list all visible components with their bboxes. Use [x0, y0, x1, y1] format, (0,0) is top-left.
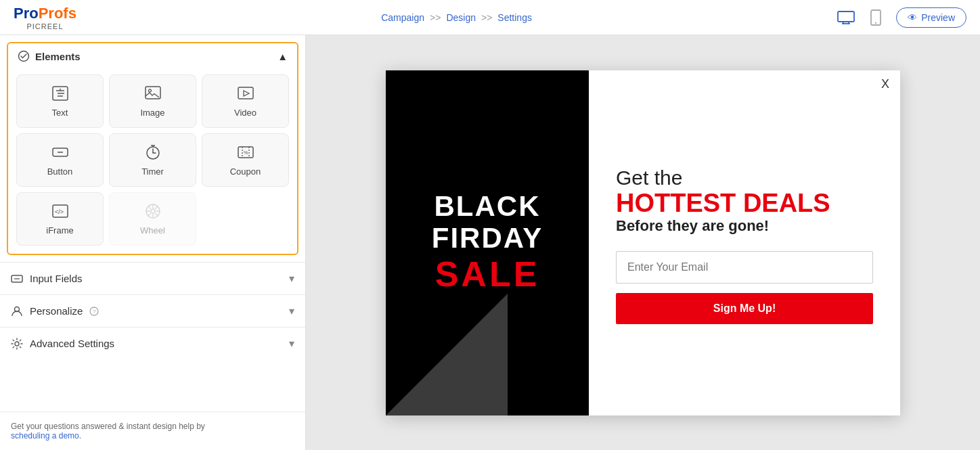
svg-point-44 [15, 342, 19, 346]
timer-icon [144, 143, 162, 161]
svg-rect-14 [238, 87, 253, 99]
nav-sep1: >> [430, 12, 441, 23]
popup-hottest: HOTTEST DEALS [616, 189, 873, 218]
bf-sale: SALE [432, 254, 543, 294]
popup-get-the: Get the [616, 166, 873, 189]
element-text-label: Text [52, 108, 68, 118]
input-fields-label: Input Fields [30, 273, 83, 284]
elements-panel-title: Elements [18, 50, 81, 62]
svg-point-5 [875, 22, 876, 23]
input-fields-icon [11, 273, 23, 285]
nav-breadcrumb: Campaign >> Design >> Settings [381, 12, 532, 23]
element-text[interactable]: Text [16, 74, 104, 128]
popup-before: Before they are gone! [616, 217, 873, 235]
popup-right-panel: Get the HOTTEST DEALS Before they are go… [589, 70, 900, 415]
preview-button[interactable]: 👁 Preview [896, 7, 966, 28]
element-video-label: Video [234, 108, 257, 118]
desktop-device-icon[interactable] [837, 10, 855, 25]
nav-settings[interactable]: Settings [497, 12, 532, 23]
elements-grid: Text Image Video [8, 69, 297, 254]
popup-container: X BLACK FIRDAY SALE Get the HOTTEST DEAL… [386, 70, 900, 415]
submit-button[interactable]: Sign Me Up! [616, 293, 873, 324]
advanced-settings-label: Advanced Settings [30, 338, 114, 349]
personalize-chevron: ▾ [289, 305, 294, 317]
advanced-settings-chevron: ▾ [289, 337, 294, 350]
iframe-icon: </> [51, 202, 69, 220]
element-video[interactable]: Video [202, 74, 289, 128]
personalize-icon [11, 305, 23, 317]
logo-picreel: Picreel [26, 22, 63, 30]
preview-label: Preview [921, 12, 955, 23]
element-wheel[interactable]: Wheel [109, 192, 196, 246]
personalize-section: Personalize ? ▾ [0, 294, 305, 327]
canvas-area: X BLACK FIRDAY SALE Get the HOTTEST DEAL… [306, 35, 980, 450]
svg-line-37 [154, 206, 157, 209]
black-friday-content: BLACK FIRDAY SALE [432, 191, 543, 294]
svg-text:</>: </> [55, 208, 64, 215]
element-coupon[interactable]: % Coupon [202, 133, 289, 187]
logo-proprofs: ProProfs [14, 5, 76, 22]
nav-design[interactable]: Design [446, 12, 476, 23]
element-timer[interactable]: Timer [109, 133, 196, 187]
elements-panel: Elements ▲ Text [7, 42, 298, 255]
svg-point-30 [151, 209, 155, 213]
input-fields-header[interactable]: Input Fields ▾ [0, 263, 305, 294]
element-timer-label: Timer [141, 166, 164, 177]
mobile-device-icon[interactable] [866, 10, 885, 25]
image-icon [144, 85, 162, 102]
bf-line1: BLACK [432, 191, 543, 222]
text-icon [51, 85, 69, 102]
svg-text:%: % [244, 150, 248, 155]
svg-marker-15 [244, 91, 249, 96]
elements-panel-icon [18, 50, 30, 62]
element-iframe[interactable]: </> iFrame [16, 192, 104, 246]
sidebar-footer: Get your questions answered & instant de… [0, 411, 305, 450]
svg-line-38 [148, 213, 151, 216]
svg-text:?: ? [93, 309, 96, 315]
sidebar: Elements ▲ Text [0, 35, 306, 450]
element-coupon-label: Coupon [230, 166, 261, 177]
nav-sep2: >> [481, 12, 492, 23]
personalize-title-group: Personalize ? [11, 305, 99, 317]
footer-link[interactable]: scheduling a demo. [11, 431, 81, 441]
coupon-icon: % [237, 143, 254, 161]
svg-rect-0 [838, 12, 854, 22]
element-image-label: Image [140, 108, 164, 118]
input-fields-section: Input Fields ▾ [0, 262, 305, 294]
video-icon [237, 85, 254, 102]
element-button[interactable]: Button [16, 133, 104, 187]
svg-line-35 [148, 206, 151, 209]
svg-point-13 [148, 89, 151, 92]
main-layout: Elements ▲ Text [0, 35, 980, 450]
element-wheel-label: Wheel [140, 225, 165, 235]
input-fields-chevron: ▾ [289, 272, 294, 285]
advanced-settings-icon [11, 338, 23, 350]
popup-close-button[interactable]: X [881, 77, 889, 91]
personalize-help-icon: ? [89, 307, 99, 316]
personalize-header[interactable]: Personalize ? ▾ [0, 295, 305, 327]
wheel-icon [144, 202, 162, 220]
elements-panel-label: Elements [35, 51, 81, 62]
popup-left-panel: BLACK FIRDAY SALE [386, 70, 589, 415]
element-button-label: Button [47, 166, 73, 177]
element-iframe-label: iFrame [46, 225, 73, 235]
advanced-settings-title-group: Advanced Settings [11, 338, 114, 350]
nav-campaign[interactable]: Campaign [381, 12, 424, 23]
advanced-settings-section: Advanced Settings ▾ [0, 327, 305, 359]
eye-icon: 👁 [908, 12, 917, 23]
svg-line-36 [154, 213, 157, 216]
elements-panel-header[interactable]: Elements ▲ [8, 43, 297, 69]
bf-line2: FIRDAY [432, 223, 543, 254]
logo: ProProfs Picreel [14, 5, 76, 30]
header: ProProfs Picreel Campaign >> Design >> S… [0, 0, 980, 35]
personalize-label: Personalize [30, 305, 83, 317]
elements-collapse-icon: ▲ [277, 51, 288, 62]
email-input[interactable] [616, 251, 873, 284]
header-right: 👁 Preview [837, 7, 966, 28]
triangle-decoration [386, 294, 508, 415]
footer-text: Get your questions answered & instant de… [11, 422, 205, 431]
button-icon [51, 143, 69, 161]
input-fields-title-group: Input Fields [11, 273, 83, 285]
element-image[interactable]: Image [109, 74, 196, 128]
advanced-settings-header[interactable]: Advanced Settings ▾ [0, 328, 305, 359]
